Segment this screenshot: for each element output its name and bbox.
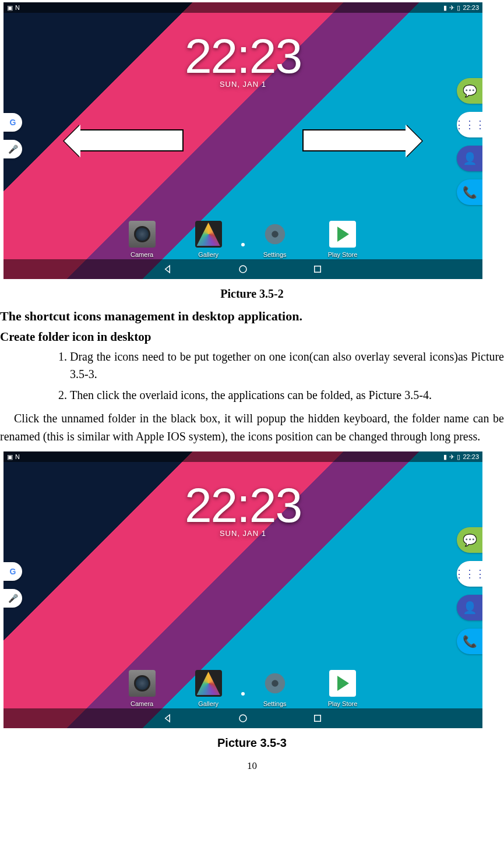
signal-icon: ▮	[443, 453, 447, 461]
nav-recent-icon[interactable]	[312, 713, 323, 724]
clock-time: 22:23	[185, 484, 301, 528]
settings-icon	[262, 221, 288, 248]
app-playstore[interactable]: Play Store	[328, 670, 358, 707]
camera-icon	[129, 670, 156, 697]
svg-rect-3	[315, 266, 321, 273]
settings-icon	[262, 670, 288, 697]
list-item: Then click the overlaid icons, the appli…	[70, 386, 504, 404]
svg-rect-7	[315, 715, 321, 722]
page-number: 10	[0, 760, 504, 772]
voice-shortcut[interactable]: 🎤	[3, 589, 22, 608]
nav-home-icon[interactable]	[238, 713, 248, 724]
phone-shortcut[interactable]: 📞	[457, 629, 482, 654]
status-time: 22:23	[463, 453, 479, 460]
instruction-list: Drag the icons need to be put together o…	[70, 348, 504, 404]
image-icon: ▣	[7, 453, 13, 461]
playstore-icon	[329, 670, 356, 697]
messages-shortcut[interactable]: 💬	[457, 527, 482, 553]
status-bar: ▣ N ▮ ✈ ▯ 22:23	[3, 451, 482, 462]
swipe-arrows-overlay	[3, 129, 482, 151]
app-gallery[interactable]: Gallery	[195, 221, 222, 258]
google-shortcut[interactable]: G	[3, 562, 22, 581]
contacts-shortcut[interactable]: 👤	[457, 595, 482, 620]
n-icon: N	[15, 4, 20, 11]
caption-1: Picture 3.5-2	[0, 287, 504, 301]
gallery-icon	[195, 221, 222, 248]
list-item: Drag the icons need to be put together o…	[70, 348, 504, 383]
camera-icon	[129, 221, 156, 248]
apps-shortcut[interactable]: ⋮⋮⋮	[457, 112, 482, 137]
n-icon: N	[15, 453, 20, 460]
screenshot-2: ▣ N ▮ ✈ ▯ 22:23 22:23 SUN, JAN 1 G 🎤 💬 ⋮…	[3, 451, 482, 728]
gallery-icon	[195, 670, 222, 697]
apps-shortcut[interactable]: ⋮⋮⋮	[457, 561, 482, 587]
playstore-icon	[329, 221, 356, 248]
messages-shortcut[interactable]: 💬	[457, 78, 482, 104]
airplane-icon: ✈	[449, 4, 454, 12]
nav-home-icon[interactable]	[238, 264, 248, 274]
caption-2: Picture 3.5-3	[0, 736, 504, 750]
app-camera[interactable]: Camera	[129, 670, 156, 707]
nav-back-icon[interactable]	[163, 713, 174, 724]
app-settings[interactable]: Settings	[262, 670, 288, 707]
status-time: 22:23	[463, 4, 479, 11]
svg-point-5	[272, 680, 279, 687]
app-playstore[interactable]: Play Store	[328, 221, 358, 258]
app-gallery[interactable]: Gallery	[195, 670, 222, 707]
contacts-shortcut[interactable]: 👤	[457, 146, 482, 171]
nav-back-icon[interactable]	[163, 264, 174, 274]
app-settings[interactable]: Settings	[262, 221, 288, 258]
screenshot-1: ▣ N ▮ ✈ ▯ 22:23 22:23 SUN, JAN 1 G 🎤 💬 ⋮…	[3, 2, 482, 279]
clock-widget: 22:23 SUN, JAN 1	[185, 34, 301, 89]
airplane-icon: ✈	[449, 453, 454, 461]
nav-recent-icon[interactable]	[312, 264, 323, 274]
svg-point-6	[239, 715, 246, 722]
app-camera[interactable]: Camera	[129, 221, 156, 258]
arrow-right-icon	[302, 129, 407, 151]
google-shortcut[interactable]: G	[3, 113, 22, 132]
phone-shortcut[interactable]: 📞	[457, 179, 482, 205]
paragraph-folder-rename: Click the unnamed folder in the black bo…	[0, 410, 504, 446]
nav-bar	[3, 708, 482, 728]
dock: Camera Gallery Settings Play Store	[3, 221, 482, 258]
nav-bar	[3, 259, 482, 279]
voice-shortcut[interactable]: 🎤	[3, 140, 22, 158]
heading-create-folder: Create folder icon in desktop	[0, 330, 504, 344]
svg-point-1	[272, 231, 279, 238]
clock-widget: 22:23 SUN, JAN 1	[185, 484, 301, 538]
battery-icon: ▯	[457, 4, 460, 12]
heading-shortcut-mgmt: The shortcut icons management in desktop…	[0, 309, 504, 324]
clock-time: 22:23	[185, 34, 301, 79]
signal-icon: ▮	[443, 4, 447, 12]
arrow-left-icon	[79, 129, 184, 151]
dock: Camera Gallery Settings Play Store	[3, 670, 482, 707]
status-bar: ▣ N ▮ ✈ ▯ 22:23	[3, 2, 482, 13]
svg-point-2	[239, 266, 246, 273]
battery-icon: ▯	[457, 453, 460, 461]
image-icon: ▣	[7, 4, 13, 12]
